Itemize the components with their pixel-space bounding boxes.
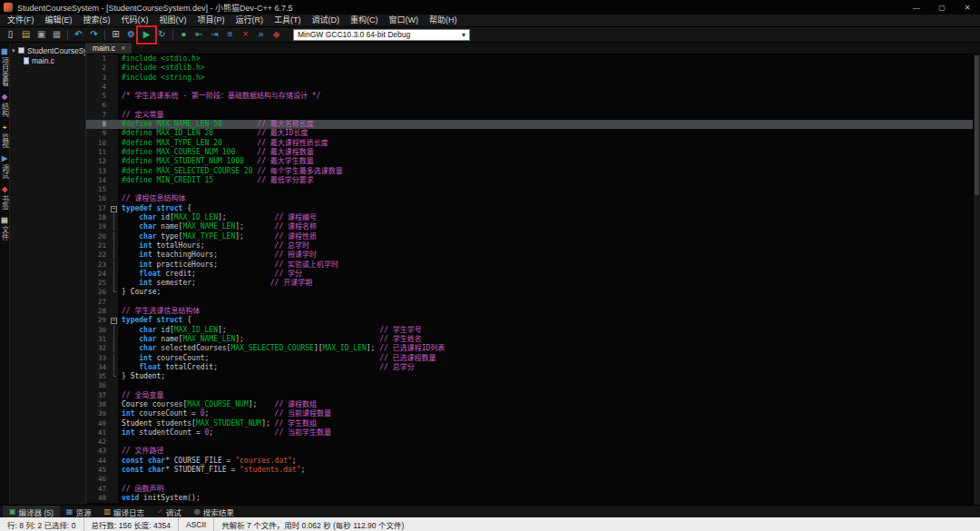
line-number[interactable]: 14 [86,176,110,185]
line-number[interactable]: 26 [86,288,110,297]
line-number[interactable]: 24 [86,270,110,279]
code-editor[interactable]: 1#include <stdio.h>2#include <stdlib.h>3… [86,54,980,505]
line-number[interactable]: 44 [86,457,110,466]
compile-button[interactable]: ⚙ [123,28,139,42]
sidebar-tab-files[interactable]: ▤文件 [1,216,9,241]
sidebar-tab-structure[interactable]: ◈结构 [1,93,9,117]
line-number[interactable]: 19 [86,222,110,231]
line-number[interactable]: 42 [86,438,110,447]
menu-item-4[interactable]: 视图(V) [154,15,192,26]
line-number[interactable]: 39 [86,409,110,418]
bottom-tab-compiler[interactable]: ▣编译器 (5) [3,506,60,517]
editor-scrollbar[interactable] [973,54,980,505]
bottom-tab-compile-log[interactable]: ▥编译日志 [97,506,151,517]
line-number[interactable]: 27 [86,298,110,307]
line-number[interactable]: 23 [86,261,110,270]
sidebar-tab-watch[interactable]: +监视 [1,123,9,148]
line-number[interactable]: 46 [86,475,110,484]
minimize-button[interactable]: — [904,0,929,15]
bottom-tab-resources[interactable]: ▦资源 [60,506,98,517]
sidebar-tab-project-view[interactable]: ▦项目查看 [1,47,9,86]
line-number[interactable]: 29 [86,316,110,325]
stop-button[interactable]: × [238,28,253,42]
line-number[interactable]: 13 [86,167,110,176]
indent-right-button[interactable]: ⇥ [207,28,222,42]
menu-item-3[interactable]: 代码(X) [116,15,154,26]
line-number[interactable]: 37 [86,391,110,400]
menu-item-7[interactable]: 工具(T) [269,15,307,26]
line-number[interactable]: 9 [86,129,110,138]
undo-button[interactable]: ↶ [71,28,86,42]
fold-gutter[interactable]: − [110,316,118,325]
line-number[interactable]: 3 [86,74,110,83]
line-number[interactable]: 22 [86,251,110,260]
line-number[interactable]: 10 [86,139,110,148]
fold-gutter[interactable]: − [110,204,118,213]
run-button[interactable]: ● [176,28,191,42]
menu-item-5[interactable]: 项目(P) [192,15,230,26]
line-number[interactable]: 20 [86,232,110,241]
line-number[interactable]: 48 [86,494,110,503]
bottom-tab-search-results[interactable]: ◎搜索结果 [188,506,240,517]
editor-tab-main-c[interactable]: main.c × [86,43,132,54]
profile-button[interactable]: ◆ [269,28,284,42]
redo-button[interactable]: ↷ [86,28,102,42]
new-project-button[interactable]: ▤ [18,28,34,42]
menu-item-1[interactable]: 编辑(E) [40,15,78,26]
line-number[interactable]: 41 [86,428,110,438]
menu-item-11[interactable]: 帮助(H) [424,15,463,26]
line-number[interactable]: 6 [86,101,110,110]
compile-run-button[interactable]: ▶ [139,28,154,42]
save-button[interactable]: ▣ [34,28,49,42]
line-number[interactable]: 18 [86,213,110,222]
project-file-main-c[interactable]: main.c [10,55,85,65]
line-number[interactable]: 35 [86,372,110,381]
line-number[interactable]: 43 [86,447,110,456]
line-number[interactable]: 28 [86,307,110,316]
line-number[interactable]: 21 [86,241,110,251]
line-number[interactable]: 16 [86,194,110,203]
line-number[interactable]: 25 [86,279,110,288]
fold-collapse-icon[interactable]: − [111,206,117,212]
menu-item-8[interactable]: 调试(D) [307,15,346,26]
line-number[interactable]: 34 [86,363,110,372]
line-number[interactable]: 38 [86,400,110,409]
new-file-button[interactable]: ▯ [3,28,18,42]
line-number[interactable]: 5 [86,92,110,101]
tab-close-icon[interactable]: × [121,44,125,53]
line-number[interactable]: 30 [86,326,110,335]
fold-collapse-icon[interactable]: − [111,318,117,324]
menu-item-2[interactable]: 搜索(S) [78,15,116,26]
line-number[interactable]: 40 [86,419,110,428]
line-number[interactable]: 45 [86,466,110,475]
line-number[interactable]: 17 [86,204,110,213]
line-number[interactable]: 2 [86,64,110,73]
menu-item-10[interactable]: 窗口(W) [384,15,425,26]
project-root-node[interactable]: ▾ StudentCourseSystem [10,45,85,55]
maximize-button[interactable]: ▢ [929,0,955,15]
compile-options-button[interactable]: ⊞ [108,28,123,42]
line-number[interactable]: 15 [86,185,110,194]
line-number[interactable]: 31 [86,335,110,344]
line-number[interactable]: 32 [86,344,110,353]
menu-item-0[interactable]: 文件(F) [2,15,40,26]
rebuild-all-button[interactable]: ↻ [154,28,170,42]
line-number[interactable]: 33 [86,354,110,363]
scrollbar-thumb[interactable] [975,55,979,195]
line-number[interactable]: 4 [86,83,110,92]
line-number[interactable]: 7 [86,111,110,120]
line-number[interactable]: 47 [86,485,110,494]
format-button[interactable]: ≡ [222,28,238,42]
compiler-set-select[interactable]: MinGW GCC10.3.0 64-bit Debug ▾ [293,29,470,41]
menu-item-6[interactable]: 运行(R) [230,15,270,26]
sidebar-tab-bookmarks[interactable]: ◆书签 [1,185,9,210]
sidebar-tab-debug[interactable]: ▶调试 [1,154,9,179]
line-number[interactable]: 12 [86,157,110,166]
line-number[interactable]: 36 [86,381,110,390]
bottom-tab-debug[interactable]: ✓调试 [151,506,188,517]
fullscreen-button[interactable]: » [253,28,269,42]
line-number[interactable]: 11 [86,148,110,157]
indent-left-button[interactable]: ⇤ [191,28,207,42]
menu-item-9[interactable]: 重构(C) [345,15,384,26]
expander-icon[interactable]: ▾ [12,47,18,54]
